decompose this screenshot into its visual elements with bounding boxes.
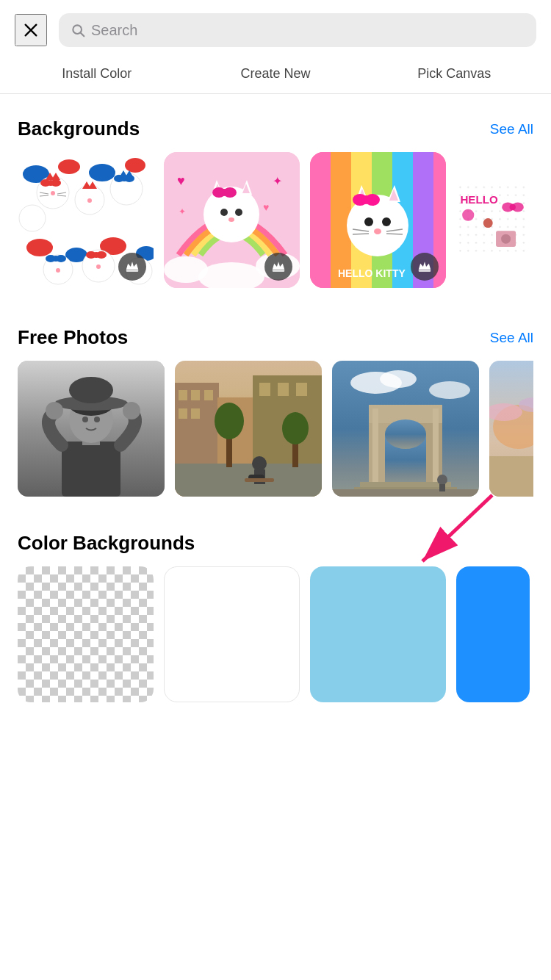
svg-point-8 [125, 158, 145, 173]
svg-point-57 [235, 209, 242, 216]
svg-point-149 [437, 475, 447, 485]
backgrounds-see-all[interactable]: See All [490, 121, 533, 137]
free-photos-scroll [18, 361, 533, 502]
backgrounds-scroll: ♥ ✦ ♥ ✦ [18, 152, 533, 294]
svg-point-138 [429, 381, 470, 399]
svg-point-143 [385, 419, 426, 449]
svg-text:♥: ♥ [263, 201, 269, 213]
backgrounds-section-header: Backgrounds See All [18, 118, 533, 140]
svg-line-85 [386, 234, 403, 234]
svg-rect-125 [296, 383, 307, 396]
color-backgrounds-title: Color Backgrounds [18, 532, 195, 555]
svg-rect-121 [179, 408, 187, 419]
svg-rect-122 [191, 408, 200, 419]
svg-point-112 [82, 417, 88, 422]
svg-rect-153 [489, 456, 533, 497]
svg-text:✦: ✦ [273, 175, 282, 187]
svg-point-38 [51, 191, 55, 195]
svg-rect-46 [126, 270, 139, 272]
color-card-white[interactable] [164, 566, 300, 702]
svg-point-111 [123, 402, 140, 419]
free-photos-see-all[interactable]: See All [490, 330, 533, 346]
bg-card-1[interactable] [18, 152, 154, 288]
svg-point-25 [26, 239, 53, 256]
svg-point-37 [93, 252, 99, 258]
tab-pick-canvas[interactable]: Pick Canvas [365, 54, 544, 93]
color-backgrounds-header: Color Backgrounds [18, 532, 533, 555]
svg-point-88 [361, 195, 370, 204]
free-photos-section: Free Photos See All [0, 326, 551, 502]
svg-point-58 [228, 217, 234, 222]
svg-point-109 [69, 377, 113, 403]
svg-rect-119 [191, 390, 200, 400]
color-backgrounds-scroll [18, 566, 533, 708]
svg-rect-147 [372, 408, 378, 482]
search-placeholder: Search [91, 22, 137, 39]
svg-rect-123 [259, 383, 270, 396]
svg-point-41 [96, 264, 101, 269]
photo-card-1[interactable] [18, 361, 165, 497]
svg-text:HELLO KITTY: HELLO KITTY [338, 267, 406, 279]
color-card-light-blue[interactable] [310, 566, 446, 702]
svg-point-96 [483, 218, 493, 228]
photo-card-2[interactable] [175, 361, 322, 497]
svg-rect-148 [433, 408, 439, 482]
svg-point-99 [509, 204, 516, 211]
svg-point-6 [58, 159, 80, 174]
svg-point-79 [364, 217, 373, 226]
svg-rect-104 [62, 442, 120, 497]
color-card-blue[interactable] [456, 566, 530, 702]
app-header: Search [0, 0, 551, 54]
backgrounds-section: Backgrounds See All [0, 118, 551, 294]
svg-rect-90 [419, 270, 431, 272]
svg-point-24 [121, 176, 127, 181]
svg-point-56 [220, 209, 228, 216]
color-backgrounds-section: Color Backgrounds [0, 532, 551, 708]
svg-point-131 [252, 456, 267, 471]
svg-point-130 [282, 412, 309, 444]
svg-point-7 [89, 164, 115, 181]
svg-rect-66 [273, 270, 285, 272]
bg-card-3[interactable]: HELLO KITTY [310, 152, 446, 288]
svg-point-81 [374, 228, 381, 234]
search-bar[interactable]: Search [59, 13, 536, 47]
tab-install-color[interactable]: Install Color [7, 54, 186, 93]
svg-text:♥: ♥ [177, 173, 185, 188]
color-card-transparent[interactable] [18, 566, 154, 702]
svg-point-34 [53, 256, 59, 262]
svg-point-128 [215, 403, 244, 439]
photo-card-4[interactable] [489, 361, 533, 497]
tab-create-new[interactable]: Create New [186, 54, 364, 93]
svg-rect-67 [310, 152, 331, 288]
svg-rect-134 [245, 478, 274, 482]
svg-point-110 [46, 402, 63, 419]
svg-rect-124 [278, 383, 289, 396]
search-icon [71, 23, 85, 37]
svg-line-3 [81, 33, 84, 37]
svg-point-95 [462, 209, 474, 221]
svg-rect-150 [439, 484, 445, 491]
svg-point-137 [380, 370, 417, 388]
premium-badge-1 [118, 253, 146, 281]
svg-point-101 [501, 234, 511, 244]
svg-point-40 [56, 268, 60, 273]
premium-badge-3 [411, 253, 439, 281]
svg-rect-144 [360, 482, 451, 488]
close-button[interactable] [15, 14, 47, 46]
bg-card-2[interactable]: ♥ ✦ ♥ ✦ [164, 152, 300, 288]
svg-point-39 [87, 198, 92, 203]
svg-text:HELLO: HELLO [460, 193, 497, 206]
free-photos-header: Free Photos See All [18, 326, 533, 349]
svg-line-83 [353, 234, 369, 234]
tab-bar: Install Color Create New Pick Canvas [0, 54, 551, 94]
svg-point-61 [220, 189, 228, 196]
svg-rect-118 [179, 390, 187, 400]
free-photos-title: Free Photos [18, 326, 128, 349]
photo-card-3[interactable] [332, 361, 479, 497]
svg-point-113 [94, 417, 100, 422]
premium-badge-2 [264, 253, 292, 281]
svg-point-12 [19, 205, 46, 231]
svg-rect-120 [204, 390, 213, 400]
bg-card-4[interactable]: HELLO [456, 152, 530, 288]
svg-point-21 [48, 180, 54, 186]
